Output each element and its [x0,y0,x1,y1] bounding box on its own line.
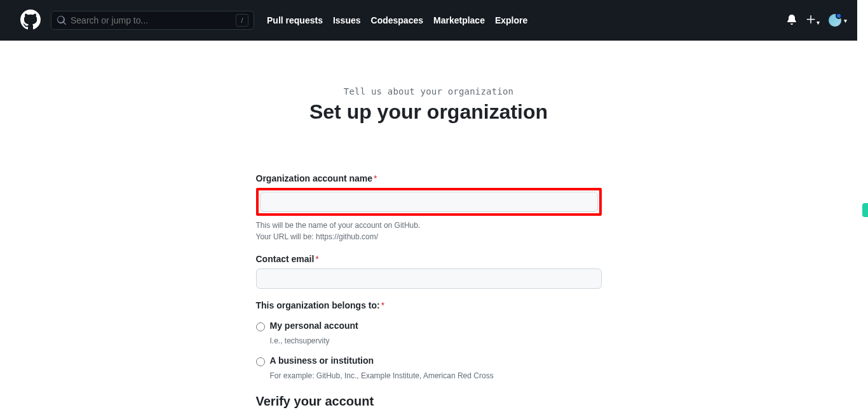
github-logo-link[interactable] [20,10,41,32]
create-new-dropdown[interactable]: ▾ [806,15,820,27]
side-widget-nub[interactable] [862,203,868,217]
belongs-personal-hint: I.e., techsupervity [270,336,602,345]
caret-down-icon: ▾ [817,19,820,26]
required-asterisk: * [315,254,318,264]
header-actions: ▾ ▾ [787,14,847,27]
org-name-group: Organization account name* This will be … [256,173,602,242]
contact-email-label: Contact email* [256,254,602,264]
slash-shortcut-badge: / [236,14,248,27]
org-name-input[interactable] [260,192,598,212]
org-name-label: Organization account name* [256,173,602,183]
search-box[interactable]: / [51,11,254,30]
contact-email-group: Contact email* [256,254,602,289]
belongs-personal-option[interactable]: My personal account [256,321,602,331]
belongs-to-label-text: This organization belongs to: [256,300,380,310]
belongs-business-hint: For example: GitHub, Inc., Example Insti… [270,371,602,380]
main-content: Tell us about your organization Set up y… [118,41,740,417]
belongs-personal-label: My personal account [270,321,358,331]
user-menu[interactable]: ▾ [829,14,847,27]
belongs-to-group: This organization belongs to:* My person… [256,300,602,380]
verify-account-title: Verify your account [256,394,602,409]
required-asterisk: * [381,300,384,310]
belongs-business-radio[interactable] [256,357,265,366]
belongs-business-option[interactable]: A business or institution [256,355,602,366]
belongs-personal-radio[interactable] [256,322,265,331]
caret-down-icon: ▾ [844,17,847,24]
nav-pull-requests[interactable]: Pull requests [267,15,323,25]
nav-issues[interactable]: Issues [333,15,361,25]
search-input[interactable] [71,15,236,25]
org-name-highlight [256,188,602,216]
primary-nav: Pull requests Issues Codespaces Marketpl… [267,15,527,25]
org-name-hint-1: This will be the name of your account on… [256,220,602,231]
belongs-business-label: A business or institution [270,355,374,366]
nav-marketplace[interactable]: Marketplace [433,15,485,25]
notifications-button[interactable] [787,15,797,27]
search-icon [57,15,67,25]
nav-codespaces[interactable]: Codespaces [371,15,423,25]
status-dot [836,13,842,19]
bell-icon [787,15,797,25]
contact-email-label-text: Contact email [256,254,315,264]
global-header: / Pull requests Issues Codespaces Market… [0,0,857,41]
page-pretitle: Tell us about your organization [118,86,740,96]
github-logo-icon [20,10,41,30]
contact-email-input[interactable] [256,268,602,289]
org-setup-form: Organization account name* This will be … [256,173,602,417]
plus-icon [806,15,816,25]
required-asterisk: * [374,173,377,183]
org-name-hint-2: Your URL will be: https://github.com/ [256,231,602,242]
page-title: Set up your organization [118,100,740,124]
org-name-label-text: Organization account name [256,173,373,183]
nav-explore[interactable]: Explore [495,15,527,25]
belongs-to-label: This organization belongs to:* [256,300,602,310]
